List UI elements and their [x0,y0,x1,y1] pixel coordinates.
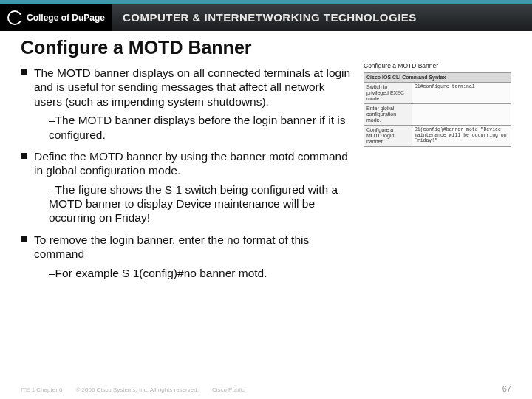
row-desc: Enter global configuration mode. [364,104,412,126]
table-row: Enter global configuration mode. [364,104,511,126]
header-title-wrap: COMPUTER & INTERNETWORKING TECHNOLOGIES [112,4,532,31]
college-logo: College of DuPage [0,4,112,31]
logo-text: College of DuPage [27,13,105,23]
footer-chapter: ITE 1 Chapter 6 [21,386,62,393]
figure-column: Configure a MOTD Banner Cisco IOS CLI Co… [364,62,511,147]
row-cmd: S1(config)#banner motd "Device maintenan… [412,126,511,147]
figure-table: Cisco IOS CLI Command Syntax Switch to p… [364,72,511,147]
bullet-item: To remove the login banner, enter the no… [21,233,353,280]
bullet-item: The MOTD banner displays on all connecte… [21,66,353,142]
figure-title: Configure a MOTD Banner [364,62,511,69]
bullet-text: To remove the login banner, enter the no… [34,233,309,260]
row-desc: Configure a MOTD login banner. [364,126,412,147]
table-row: Switch to privileged EXEC mode. S1#confi… [364,83,511,104]
footer: ITE 1 Chapter 6 © 2006 Cisco Systems, In… [21,384,511,393]
bullet-text: Define the MOTD banner by using the bann… [34,150,348,177]
footer-copyright: © 2006 Cisco Systems, Inc. All rights re… [75,386,198,393]
footer-public: Cisco Public [212,386,245,393]
logo-icon [7,10,22,25]
row-desc: Switch to privileged EXEC mode. [364,83,412,104]
table-header-row: Cisco IOS CLI Command Syntax [364,73,511,83]
bullet-sub: –The figure shows the S 1 switch being c… [49,183,353,225]
header-bar: College of DuPage COMPUTER & INTERNETWOR… [0,0,532,31]
bullet-text: The MOTD banner displays on all connecte… [34,66,350,108]
slide-content: Configure a MOTD Banner The MOTD banner … [0,31,532,287]
slide-title: Configure a MOTD Banner [21,37,353,58]
bullet-list: The MOTD banner displays on all connecte… [21,66,353,280]
text-column: Configure a MOTD Banner The MOTD banner … [21,37,361,287]
figure-header: Cisco IOS CLI Command Syntax [364,73,511,83]
bullet-sub: –For example S 1(config)#no banner motd. [49,266,353,280]
bullet-item: Define the MOTD banner by using the bann… [21,149,353,225]
page-number: 67 [502,384,511,393]
table-row: Configure a MOTD login banner. S1(config… [364,126,511,147]
row-cmd: S1#configure terminal [412,83,511,104]
row-cmd [412,104,511,126]
header-title: COMPUTER & INTERNETWORKING TECHNOLOGIES [123,11,417,24]
bullet-sub: –The MOTD banner displays before the log… [49,113,353,142]
